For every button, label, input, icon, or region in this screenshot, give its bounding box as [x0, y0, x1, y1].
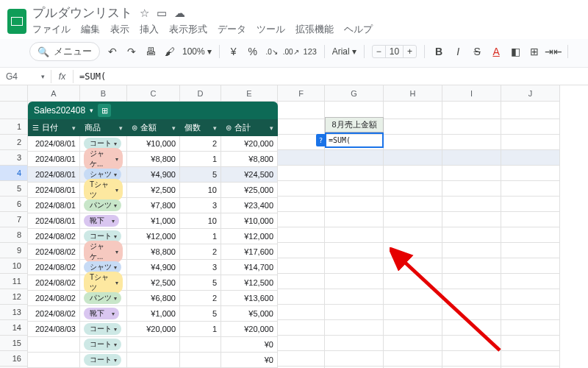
table-cell[interactable]: ¥13,600	[221, 291, 278, 306]
cell[interactable]	[384, 274, 442, 289]
table-cell[interactable]: ¥8,800	[127, 244, 180, 260]
increase-decimal-button[interactable]: .00↗	[284, 45, 298, 58]
cell[interactable]	[278, 274, 325, 289]
cell[interactable]	[442, 181, 501, 197]
redo-icon[interactable]: ↷	[125, 45, 138, 58]
font-size-decrease[interactable]: −	[373, 46, 385, 57]
cell[interactable]	[325, 181, 384, 197]
row-head-16[interactable]: 16	[0, 351, 28, 367]
cell[interactable]	[325, 166, 384, 181]
cell[interactable]	[325, 351, 384, 367]
product-chip[interactable]: コート	[84, 339, 121, 350]
table-cell[interactable]: 5	[180, 275, 221, 291]
bold-button[interactable]: B	[432, 45, 445, 58]
product-chip[interactable]: 靴下	[84, 215, 119, 227]
table-cell[interactable]: 2024/08/02	[28, 260, 80, 275]
cell[interactable]	[442, 258, 501, 274]
cell[interactable]	[442, 102, 501, 119]
cell[interactable]	[325, 150, 384, 166]
cell[interactable]	[442, 227, 501, 243]
cell[interactable]	[278, 197, 325, 212]
fill-color-icon[interactable]: ◧	[509, 45, 522, 58]
col-head-J[interactable]: J	[501, 85, 560, 102]
table-cell[interactable]: ¥4,900	[127, 167, 180, 183]
cell[interactable]	[501, 102, 560, 119]
cell[interactable]	[501, 119, 560, 135]
table-cell[interactable]: 2024/08/01	[28, 198, 80, 213]
menu-search[interactable]: 🔍 メニュー	[29, 42, 100, 61]
row-head-13[interactable]: 13	[0, 305, 28, 320]
cell[interactable]	[384, 135, 442, 150]
cell[interactable]	[442, 119, 501, 135]
table-cell[interactable]: ¥14,700	[221, 260, 278, 275]
cell[interactable]	[384, 258, 442, 274]
doc-title[interactable]: プルダウンリスト	[32, 4, 132, 21]
table-cell[interactable]: コート	[80, 322, 127, 337]
table-cell[interactable]: 2024/08/01	[28, 167, 80, 183]
move-folder-icon[interactable]: ▭	[157, 7, 167, 20]
table-cell[interactable]: ¥10,000	[221, 213, 278, 229]
table-cell[interactable]: 5	[180, 306, 221, 322]
cell[interactable]	[501, 166, 560, 181]
table-cell[interactable]: ¥6,800	[127, 291, 180, 306]
cell[interactable]	[278, 305, 325, 320]
summary-header-cell[interactable]: 8月売上金額	[325, 117, 384, 132]
col-head-G[interactable]: G	[325, 85, 384, 102]
cell[interactable]	[325, 289, 384, 305]
table-cell[interactable]: ¥0	[221, 337, 278, 353]
menu-extensions[interactable]: 拡張機能	[295, 23, 334, 36]
percent-button[interactable]: %	[246, 45, 259, 58]
table-cell[interactable]: ¥8,800	[127, 152, 180, 167]
borders-icon[interactable]: ⊞	[528, 45, 541, 58]
table-cell[interactable]: 2024/08/02	[28, 275, 80, 291]
cell[interactable]	[278, 258, 325, 274]
formula-hint-icon[interactable]: ?	[316, 134, 326, 146]
cell[interactable]	[278, 289, 325, 305]
cell[interactable]	[442, 274, 501, 289]
cell[interactable]	[384, 102, 442, 119]
table-cell[interactable]: ¥20,000	[127, 322, 180, 337]
merge-icon[interactable]: ⇥⇤	[547, 45, 560, 58]
paint-format-icon[interactable]: 🖌	[163, 45, 176, 58]
row-head-9[interactable]: 9	[0, 243, 28, 258]
cell[interactable]	[442, 320, 501, 336]
cell[interactable]	[278, 336, 325, 351]
table-cell[interactable]	[127, 353, 180, 368]
cell[interactable]	[278, 150, 325, 166]
product-chip[interactable]: コート	[84, 323, 121, 335]
table-cell[interactable]: ¥12,000	[221, 229, 278, 244]
cell[interactable]	[278, 119, 325, 135]
table-cell[interactable]: ¥5,000	[221, 306, 278, 322]
col-head-F[interactable]: F	[278, 85, 325, 102]
row-head-5[interactable]: 5	[0, 181, 28, 197]
table-cell[interactable]: 2	[180, 244, 221, 260]
table-cell[interactable]: 1	[180, 229, 221, 244]
table-cell[interactable]: ¥4,900	[127, 260, 180, 275]
print-icon[interactable]: 🖶	[144, 45, 157, 58]
cell[interactable]	[442, 150, 501, 166]
col-head-B[interactable]: B	[80, 85, 127, 102]
menu-view[interactable]: 表示	[110, 23, 129, 36]
col-head-C[interactable]: C	[127, 85, 180, 102]
cell[interactable]	[384, 289, 442, 305]
cell[interactable]	[384, 243, 442, 258]
cell[interactable]	[384, 320, 442, 336]
table-cell[interactable]: ¥20,000	[221, 322, 278, 337]
table-tab-name[interactable]: Sales202408	[34, 105, 85, 116]
cell[interactable]	[442, 289, 501, 305]
table-cell[interactable]: ¥20,000	[221, 136, 278, 152]
cell[interactable]	[325, 274, 384, 289]
col-head-D[interactable]: D	[180, 85, 221, 102]
menu-file[interactable]: ファイル	[32, 23, 71, 36]
chevron-down-icon[interactable]: ▾	[90, 107, 93, 114]
table-col-product[interactable]: 商品▾	[80, 119, 127, 136]
table-cell[interactable]: Tシャツ	[80, 183, 127, 198]
menu-insert[interactable]: 挿入	[140, 23, 159, 36]
cell[interactable]	[325, 227, 384, 243]
table-cell[interactable]: 2024/08/01	[28, 183, 80, 198]
row-head-11[interactable]: 11	[0, 274, 28, 289]
table-cell[interactable]: ¥17,600	[221, 244, 278, 260]
formula-bar[interactable]: =SUM(	[74, 70, 588, 83]
table-cell[interactable]: ¥10,000	[127, 136, 180, 152]
cell[interactable]	[442, 197, 501, 212]
